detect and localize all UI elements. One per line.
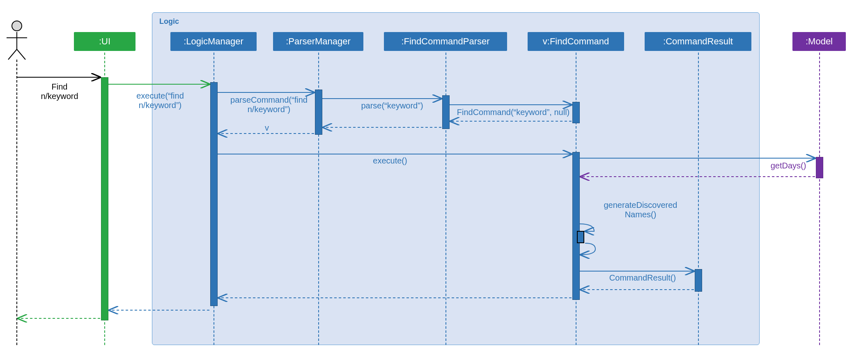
generatenames-label: generateDiscovered Names() <box>587 200 694 219</box>
findcommand-ctor-label: FindCommand(“keyword”, null) <box>452 108 575 117</box>
return-v-label: v <box>259 123 275 133</box>
execute-find-label: execute(“find n/keyword”) <box>115 91 205 110</box>
execute-label: execute() <box>357 156 423 166</box>
arrows-layer <box>0 0 868 350</box>
parse-keyword-label: parse(“keyword”) <box>343 101 441 111</box>
commandresult-ctor-label: CommandResult() <box>593 273 692 283</box>
parsecommand-label: parseCommand(“find n/keyword”) <box>222 95 316 114</box>
actor-input-label: Find n/keyword <box>29 82 90 101</box>
sequence-diagram: Logic :UI :LogicManager :ParserManager :… <box>0 0 868 350</box>
getdays-label: getDays() <box>760 161 817 170</box>
